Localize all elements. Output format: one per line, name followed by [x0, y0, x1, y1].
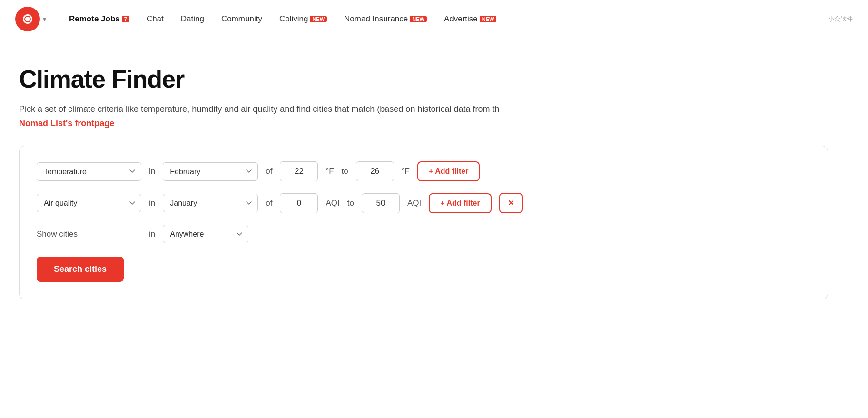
nav-item-advertise[interactable]: AdvertiseNEW: [444, 14, 497, 24]
filter2-add-button[interactable]: + Add filter: [429, 193, 491, 213]
filter-row-1: Temperature Humidity Air quality UV inde…: [37, 161, 810, 181]
nav-item-dating[interactable]: Dating: [181, 14, 204, 24]
nav-item-insurance[interactable]: Nomad InsuranceNEW: [344, 14, 427, 24]
filter1-month-select[interactable]: January February March April May June Ju…: [163, 162, 258, 181]
filter2-max-input[interactable]: [362, 193, 400, 213]
nav-link-remote-jobs[interactable]: Remote Jobs7: [69, 14, 129, 23]
filter1-of-label: of: [266, 167, 272, 176]
nav-badge-jobs: 7: [122, 16, 129, 22]
nav-links: Remote Jobs7 Chat Dating Community Coliv…: [69, 14, 496, 24]
nav-link-insurance[interactable]: Nomad InsuranceNEW: [344, 14, 427, 23]
nav-badge-coliving: NEW: [310, 16, 327, 22]
nav-item-coliving[interactable]: ColivingNEW: [279, 14, 327, 24]
filter2-unit1: AQI: [326, 199, 339, 208]
nav-link-chat[interactable]: Chat: [147, 14, 164, 23]
nav-item-chat[interactable]: Chat: [147, 14, 164, 24]
filter-card: Temperature Humidity Air quality UV inde…: [19, 146, 828, 299]
filter2-of-label: of: [266, 199, 272, 208]
nav-link-advertise[interactable]: AdvertiseNEW: [444, 14, 497, 23]
filter2-unit2: AQI: [407, 199, 421, 208]
nav-badge-insurance: NEW: [410, 16, 427, 22]
show-cities-row: Show cities in Anywhere Europe Asia Amer…: [37, 225, 810, 243]
nav-link-community[interactable]: Community: [221, 14, 262, 23]
location-select[interactable]: Anywhere Europe Asia Americas Africa Oce…: [163, 225, 248, 243]
search-cities-button[interactable]: Search cities: [37, 257, 124, 282]
filter2-in-label: in: [149, 199, 155, 208]
filter2-to-label: to: [347, 199, 354, 208]
navbar: ▾ Remote Jobs7 Chat Dating Community Col…: [0, 0, 868, 38]
nav-corner-text: 小众软件: [828, 15, 853, 23]
show-cities-in-label: in: [149, 229, 155, 239]
nav-link-dating[interactable]: Dating: [181, 14, 204, 23]
show-cities-label: Show cities: [37, 229, 141, 239]
filter1-to-label: to: [342, 167, 348, 176]
logo-wrap[interactable]: ▾: [15, 7, 46, 31]
page-description: Pick a set of climate criteria like temp…: [19, 103, 828, 116]
filter1-unit1: °F: [326, 167, 334, 176]
nav-badge-advertise: NEW: [480, 16, 497, 22]
filter1-in-label: in: [149, 167, 155, 176]
filter1-min-input[interactable]: [280, 161, 318, 181]
logo-chevron-icon: ▾: [43, 15, 46, 23]
filter1-add-button[interactable]: + Add filter: [417, 161, 480, 181]
nav-item-community[interactable]: Community: [221, 14, 262, 24]
logo-icon[interactable]: [15, 7, 40, 31]
frontpage-link[interactable]: Nomad List's frontpage: [19, 119, 114, 128]
filter2-min-input[interactable]: [280, 193, 318, 213]
nav-item-remote-jobs[interactable]: Remote Jobs7: [69, 14, 129, 24]
svg-rect-1: [25, 18, 30, 20]
filter2-remove-button[interactable]: ✕: [499, 193, 523, 213]
filter-row-2: Temperature Humidity Air quality UV inde…: [37, 193, 810, 213]
filter2-month-select[interactable]: January February March April May June Ju…: [163, 194, 258, 212]
filter1-unit2: °F: [402, 167, 410, 176]
nav-link-coliving[interactable]: ColivingNEW: [279, 14, 327, 23]
main-content: Climate Finder Pick a set of climate cri…: [0, 38, 847, 318]
page-title: Climate Finder: [19, 65, 828, 93]
filter1-type-select[interactable]: Temperature Humidity Air quality UV inde…: [37, 162, 141, 181]
filter1-max-input[interactable]: [356, 161, 394, 181]
filter2-type-select[interactable]: Temperature Humidity Air quality UV inde…: [37, 194, 141, 212]
